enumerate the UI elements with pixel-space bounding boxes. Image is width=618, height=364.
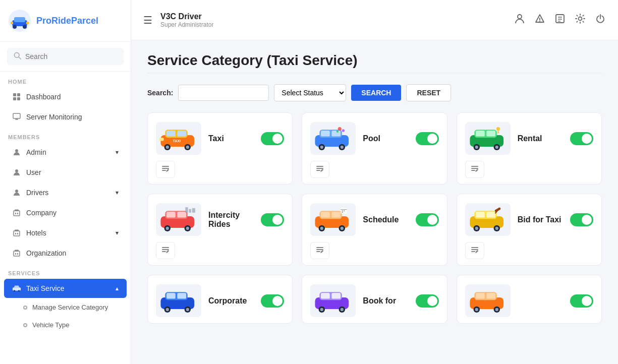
person-icon	[12, 188, 21, 197]
service-card-taxi: TAXI Taxi	[147, 112, 293, 185]
svg-rect-83	[471, 168, 478, 169]
svg-point-51	[186, 145, 189, 148]
service-card-intercity: Intercity Rides	[147, 194, 293, 266]
card-edit-taxi[interactable]	[156, 161, 175, 178]
svg-rect-84	[471, 170, 475, 171]
search-button[interactable]: SEARCH	[351, 85, 401, 101]
card-actions-pool	[310, 159, 438, 178]
dot-icon	[23, 323, 27, 327]
card-edit-bid[interactable]	[465, 242, 484, 259]
svg-rect-6	[26, 22, 29, 24]
svg-point-79	[496, 127, 500, 130]
sidebar-item-server-monitoring[interactable]: Server Monitoring	[4, 107, 127, 127]
sidebar: ProRideParcel HOME Dashboard Server Moni…	[0, 0, 131, 364]
search-icon	[13, 51, 21, 62]
sidebar-sub-manage-service-category[interactable]: Manage Service Category	[4, 299, 127, 316]
card-edit-intercity[interactable]	[156, 242, 175, 259]
topbar-subtitle: Super Administrator	[160, 21, 506, 28]
service-card-bookfor: Book for	[302, 275, 447, 324]
svg-point-149	[475, 308, 478, 311]
search-input[interactable]	[178, 85, 269, 101]
card-top-bookfor: Book for	[310, 284, 438, 317]
menu-toggle-button[interactable]: ☰	[143, 14, 152, 26]
svg-point-34	[18, 290, 20, 292]
card-edit-schedule[interactable]	[310, 242, 329, 259]
svg-rect-101	[321, 212, 330, 218]
notes-icon[interactable]	[554, 13, 566, 27]
svg-rect-68	[316, 166, 323, 167]
sidebar-item-admin[interactable]: Admin ▾	[4, 143, 127, 162]
service-card-extra	[457, 275, 602, 324]
user-icon[interactable]	[514, 13, 525, 27]
svg-point-64	[341, 145, 344, 148]
svg-rect-138	[321, 293, 330, 299]
card-actions-bid	[465, 240, 593, 259]
svg-rect-2	[14, 17, 25, 22]
card-actions-rental	[465, 159, 593, 178]
toggle-bid[interactable]	[570, 213, 593, 226]
svg-point-67	[336, 130, 339, 132]
toggle-corporate[interactable]	[261, 294, 284, 308]
toggle-rental[interactable]	[570, 132, 593, 145]
reset-button[interactable]: RESET	[406, 84, 451, 101]
sidebar-item-dashboard[interactable]: Dashboard	[4, 87, 127, 106]
corporate-image	[156, 284, 201, 317]
search-label: Search:	[147, 89, 173, 97]
card-top-intercity: Intercity Rides	[156, 203, 284, 236]
svg-marker-32	[14, 286, 20, 288]
service-cards-grid: TAXI Taxi	[147, 112, 602, 324]
svg-rect-147	[486, 293, 495, 299]
svg-point-62	[320, 145, 323, 148]
svg-point-37	[539, 21, 540, 22]
topbar-app-name: V3C Driver	[160, 12, 506, 21]
sidebar-search-input[interactable]	[25, 52, 118, 60]
toggle-schedule[interactable]	[416, 213, 439, 226]
service-card-bid: Bid for Taxi	[457, 194, 602, 266]
person-icon	[12, 148, 21, 157]
card-label-corporate: Corporate	[208, 296, 254, 306]
svg-point-133	[166, 308, 169, 311]
svg-point-76	[475, 145, 478, 148]
section-home-label: HOME	[0, 72, 131, 87]
svg-rect-73	[476, 131, 485, 137]
sidebar-item-user[interactable]: User	[4, 163, 127, 182]
power-icon[interactable]	[595, 13, 606, 27]
alert-icon[interactable]	[534, 13, 545, 27]
card-edit-rental[interactable]	[465, 161, 484, 178]
card-edit-pool[interactable]	[310, 161, 329, 178]
sidebar-item-organization-label: Organization	[26, 249, 66, 257]
sidebar-sub-vehicle-type-label: Vehicle Type	[32, 321, 69, 329]
card-top-schedule: Schedule	[310, 203, 438, 236]
topbar-icons	[514, 13, 606, 27]
sidebar-item-taxi-service[interactable]: Taxi Service ▴	[4, 279, 127, 298]
monitor-icon	[12, 112, 21, 122]
svg-point-35	[518, 15, 522, 19]
topbar-title: V3C Driver Super Administrator	[160, 12, 506, 28]
svg-rect-13	[13, 113, 20, 118]
svg-point-143	[341, 308, 344, 311]
sidebar-item-company[interactable]: Company	[4, 203, 127, 222]
toggle-extra[interactable]	[570, 294, 593, 308]
sidebar-item-drivers[interactable]: Drivers ▾	[4, 183, 127, 202]
toggle-bookfor[interactable]	[416, 294, 439, 308]
sidebar-item-dashboard-label: Dashboard	[26, 93, 61, 101]
sidebar-sub-vehicle-type[interactable]: Vehicle Type	[4, 317, 127, 333]
settings-icon[interactable]	[575, 13, 586, 27]
svg-rect-52	[159, 138, 164, 141]
card-actions-intercity	[156, 240, 284, 259]
status-select[interactable]: Select StatusActiveInactive	[274, 84, 346, 101]
svg-point-135	[186, 308, 189, 311]
svg-rect-74	[486, 131, 495, 137]
sidebar-item-organization[interactable]: Organization	[4, 244, 127, 263]
toggle-taxi[interactable]	[261, 132, 284, 145]
title-divider	[147, 73, 602, 73]
svg-rect-118	[486, 212, 495, 218]
svg-rect-82	[471, 166, 478, 167]
sidebar-item-hotels[interactable]: Hotels ▾	[4, 223, 127, 242]
toggle-pool[interactable]	[416, 132, 439, 145]
svg-point-66	[342, 129, 345, 132]
logo-icon	[8, 9, 31, 32]
svg-point-7	[14, 52, 19, 57]
svg-rect-97	[162, 249, 169, 250]
toggle-intercity[interactable]	[261, 213, 284, 226]
